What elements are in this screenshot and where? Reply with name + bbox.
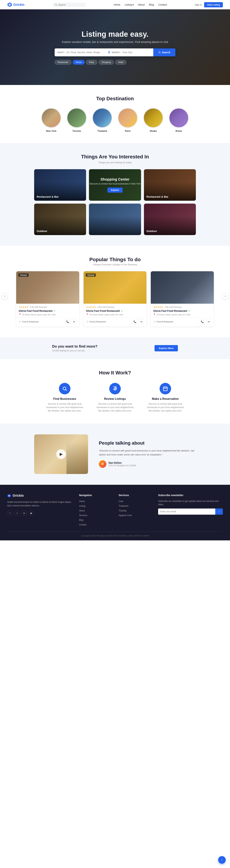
listing-info-2: ★★★★★ 4.85 (230 Reviews) Gloria Fast Foo…: [83, 304, 147, 327]
testimonial-video: ▶: [34, 434, 88, 474]
phone-button-2[interactable]: 📞: [132, 319, 138, 324]
name-row-1: Gloria Fast Food Restaurant ✔: [19, 309, 77, 312]
linkedin-icon[interactable]: in: [22, 510, 27, 516]
testimonial-heading: People talking about: [99, 440, 196, 446]
listing-card-1[interactable]: Closed ★★★★★ 4.85 (230 Reviews) Gloria F…: [16, 271, 79, 327]
hero-search-button[interactable]: Search: [153, 49, 176, 56]
thing-card-5[interactable]: [89, 204, 141, 235]
footer-service-care[interactable]: Care: [119, 500, 123, 503]
nav-link-home[interactable]: Home: [114, 3, 120, 6]
tag-hotel[interactable]: Hotel: [115, 60, 126, 65]
destination-paris-image: [118, 108, 138, 128]
email-button-3[interactable]: ✉: [206, 319, 211, 324]
listing-image-1: Closed: [16, 271, 79, 304]
footer-link-about[interactable]: About: [79, 509, 85, 512]
destination-newyork[interactable]: New York: [41, 108, 61, 132]
tag-party[interactable]: Party: [86, 60, 97, 65]
newsletter-submit-button[interactable]: →: [215, 508, 223, 515]
hero-tags: Restaurant Home Party Shopping Hotel: [54, 60, 176, 65]
listing-footer-2: 🍴 Food & Restaurant 📞 ✉: [86, 317, 144, 324]
category-icon-1: 🍴: [19, 320, 21, 323]
destination-dhaka-label: Dhaka: [150, 130, 157, 132]
category-2: 🍴 Food & Restaurant: [86, 320, 106, 323]
thing-card-shopping[interactable]: Shopping Center Discover & connect two l…: [89, 169, 141, 201]
email-button-2[interactable]: ✉: [139, 319, 144, 324]
destination-rome-image: [169, 108, 189, 128]
search-icon: [158, 51, 161, 54]
nav-link-listing[interactable]: Listing ▾: [125, 3, 134, 6]
shopping-center-overlay: Shopping Center Discover & connect two l…: [89, 169, 141, 201]
thing-card-6[interactable]: Outdoor: [144, 204, 196, 235]
testimonial-content: People talking about "Discover & connect…: [99, 440, 196, 468]
listing-actions-1: 📞 ✉: [65, 319, 77, 324]
email-button-1[interactable]: ✉: [72, 319, 77, 324]
find-more-section: Do you want to find more? 10,563 listing…: [0, 337, 230, 359]
destination-toronto[interactable]: Toronto: [67, 108, 87, 132]
destination-dhaka[interactable]: Dhaka: [143, 108, 163, 132]
footer-newsletter-title: Subscribe newsletter: [158, 494, 223, 497]
nav-search-box[interactable]: [52, 3, 86, 7]
phone-button-1[interactable]: 📞: [65, 319, 70, 324]
destination-rome[interactable]: Rome: [169, 108, 189, 132]
tag-shopping[interactable]: Shopping: [99, 60, 114, 65]
destination-thailand[interactable]: Thailand: [92, 108, 112, 132]
listing-card-3[interactable]: ★★★★★ 4.85 (230 Reviews) Gloria Fast Foo…: [151, 271, 214, 327]
phone-button-3[interactable]: 📞: [200, 319, 205, 324]
nav-link-about[interactable]: About: [138, 3, 145, 6]
footer-newsletter: Subscribe newsletter Subscribe our newsl…: [158, 494, 223, 526]
twitter-icon[interactable]: t: [14, 510, 20, 516]
address-2: 📍 75 Prince Street, green-road, NY, USA: [86, 313, 144, 316]
nav-logo[interactable]: Gricklo: [7, 2, 25, 7]
facebook-icon[interactable]: f: [7, 510, 12, 516]
how-icon-1: [59, 383, 70, 394]
how-step-2-title: Review Listings: [104, 397, 126, 401]
shopping-explore-button[interactable]: Explore: [108, 188, 122, 193]
footer-link-listing[interactable]: Listing: [79, 505, 85, 507]
pin-icon-2: 📍: [86, 313, 88, 316]
carousel-prev-button[interactable]: ‹: [1, 293, 8, 299]
add-listing-button[interactable]: Add Listing: [204, 2, 223, 7]
thing-card-3[interactable]: Restaurant & Bar: [144, 169, 196, 201]
name-row-3: Gloria Fast Food Restaurant ✔: [153, 309, 211, 312]
category-text-2: Food & Restaurant: [89, 320, 106, 323]
rating-row-1: ★★★★★ 4.85 (230 Reviews): [19, 306, 77, 308]
listing-card-2[interactable]: Closed ★★★★★ 4.85 (230 Reviews) Gloria F…: [83, 271, 147, 327]
rating-text-3: 4.85 (230 Reviews): [164, 306, 182, 308]
what-input[interactable]: [66, 49, 102, 56]
destination-paris[interactable]: Paris: [118, 108, 138, 132]
footer-service-training[interactable]: Training: [119, 509, 126, 512]
svg-point-8: [63, 387, 66, 390]
nav-actions: Sign In Add Listing: [195, 2, 223, 7]
footer-link-blog[interactable]: Blog: [79, 519, 83, 521]
footer-service-treatment[interactable]: Treatment: [119, 505, 128, 507]
category-text-1: Food & Restaurant: [22, 320, 38, 323]
footer-link-home[interactable]: Home: [79, 500, 85, 503]
hero-search-where: Where?: [105, 49, 153, 56]
where-input[interactable]: [122, 49, 150, 56]
signin-link[interactable]: Sign In: [195, 3, 202, 6]
listing-footer-3: 🍴 Food & Restaurant 📞 ✉: [153, 317, 211, 324]
tag-home[interactable]: Home: [73, 60, 85, 65]
svg-rect-11: [163, 387, 167, 391]
how-icon-3: [160, 383, 171, 394]
thing-card-4[interactable]: Outdoor: [34, 204, 86, 235]
thing-card-1[interactable]: Restaurant & Bar: [34, 169, 86, 201]
explore-more-button[interactable]: Explore More: [155, 345, 178, 351]
newsletter-email-input[interactable]: [158, 508, 215, 515]
nav-link-contact[interactable]: Contact: [158, 3, 167, 6]
youtube-icon[interactable]: ▶: [29, 510, 34, 516]
footer-service-hygiene[interactable]: Hygiene Care: [119, 514, 132, 517]
listings-grid: Closed ★★★★★ 4.85 (230 Reviews) Gloria F…: [16, 271, 214, 327]
nav-link-blog[interactable]: Blog: [149, 3, 154, 6]
play-button[interactable]: ▶: [56, 449, 66, 459]
nav-search-input[interactable]: [58, 3, 83, 6]
destination-newyork-image: [41, 108, 61, 128]
newsletter-desc: Subscribe our newsletter to get updates …: [158, 499, 223, 506]
rating-row-2: ★★★★★ 4.85 (230 Reviews): [86, 306, 144, 308]
footer-link-contact[interactable]: Contact: [79, 524, 86, 526]
pin-icon-3: 📍: [153, 313, 156, 316]
footer-link-services[interactable]: Services: [79, 514, 87, 517]
carousel-next-button[interactable]: ›: [222, 293, 229, 299]
tag-restaurant[interactable]: Restaurant: [54, 60, 71, 65]
top-destination-title: Top Destination: [7, 96, 223, 101]
